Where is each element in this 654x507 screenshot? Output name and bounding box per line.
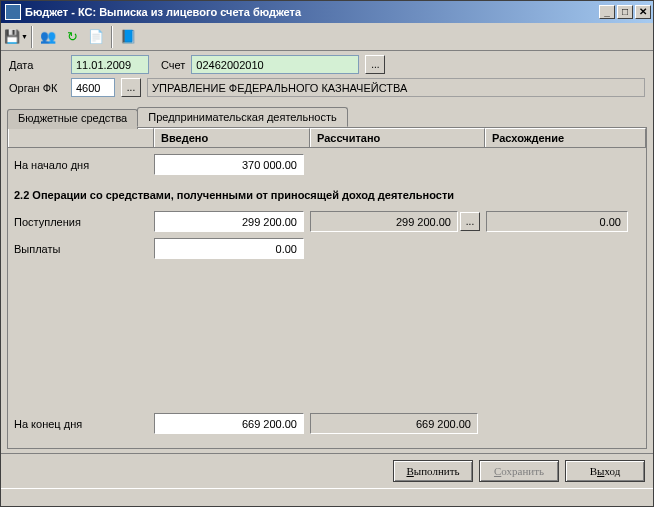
payments-entered[interactable]: 0.00	[154, 238, 304, 259]
account-input[interactable]	[191, 55, 359, 74]
tab-bar: Бюджетные средства Предпринимательская д…	[7, 107, 647, 127]
end-label: На конец дня	[12, 418, 154, 430]
account-label: Счет	[161, 59, 185, 71]
grid-header-blank	[8, 128, 154, 147]
titlebar: Бюджет - КС: Выписка из лицевого счета б…	[1, 1, 653, 23]
account-lookup-button[interactable]: ...	[365, 55, 385, 74]
people-icon[interactable]: 👥	[37, 26, 59, 48]
grid-header-calculated: Рассчитано	[310, 128, 485, 147]
section-title: 2.2 Операции со средствами, полученными …	[12, 181, 642, 211]
end-entered[interactable]: 669 200.00	[154, 413, 304, 434]
begin-label: На начало дня	[12, 159, 154, 171]
row-end: На конец дня 669 200.00 669 200.00	[12, 413, 642, 434]
bottom-bar: Выполнить Сохранить Выход	[1, 453, 653, 488]
row-begin: На начало дня 370 000.00	[12, 154, 642, 175]
form-area: Дата Счет ... Орган ФК ...	[1, 51, 653, 105]
incoming-entered[interactable]: 299 200.00	[154, 211, 304, 232]
statusbar	[1, 488, 653, 506]
tab-budget[interactable]: Бюджетные средства	[7, 109, 138, 129]
book-icon[interactable]: 📘	[117, 26, 139, 48]
grid-header-entered: Введено	[154, 128, 310, 147]
exit-button[interactable]: Выход	[565, 460, 645, 482]
refresh-icon[interactable]: ↻	[61, 26, 83, 48]
payments-label: Выплаты	[12, 243, 154, 255]
incoming-label: Поступления	[12, 216, 154, 228]
grid-panel: Введено Рассчитано Расхождение На начало…	[7, 128, 647, 449]
incoming-lookup-button[interactable]: ...	[460, 212, 480, 231]
close-button[interactable]: ✕	[635, 5, 651, 19]
doc-icon[interactable]: 📄	[85, 26, 107, 48]
organ-name-field	[147, 78, 645, 97]
organ-lookup-button[interactable]: ...	[121, 78, 141, 97]
date-input[interactable]	[71, 55, 149, 74]
begin-entered[interactable]: 370 000.00	[154, 154, 304, 175]
incoming-calc: 299 200.00	[310, 211, 458, 232]
toolbar-separator	[111, 26, 113, 48]
end-calc: 669 200.00	[310, 413, 478, 434]
execute-button[interactable]: Выполнить	[393, 460, 473, 482]
grid-header-diff: Расхождение	[485, 128, 646, 147]
maximize-button[interactable]: □	[617, 5, 633, 19]
grid-header: Введено Рассчитано Расхождение	[8, 128, 646, 148]
row-incoming: Поступления 299 200.00 299 200.00 ... 0.…	[12, 211, 642, 232]
incoming-diff: 0.00	[486, 211, 628, 232]
toolbar-separator	[31, 26, 33, 48]
save-icon[interactable]: 💾▼	[5, 26, 27, 48]
toolbar: 💾▼ 👥 ↻ 📄 📘	[1, 23, 653, 51]
date-label: Дата	[9, 59, 65, 71]
tab-business[interactable]: Предпринимательская деятельность	[137, 107, 347, 127]
window-title: Бюджет - КС: Выписка из лицевого счета б…	[25, 6, 599, 18]
organ-label: Орган ФК	[9, 82, 65, 94]
row-payments: Выплаты 0.00	[12, 238, 642, 259]
minimize-button[interactable]: _	[599, 5, 615, 19]
grid-spacer	[12, 265, 642, 413]
organ-input[interactable]	[71, 78, 115, 97]
app-window: Бюджет - КС: Выписка из лицевого счета б…	[0, 0, 654, 507]
grid-body: На начало дня 370 000.00 2.2 Операции со…	[8, 148, 646, 448]
save-button: Сохранить	[479, 460, 559, 482]
app-icon	[5, 4, 21, 20]
